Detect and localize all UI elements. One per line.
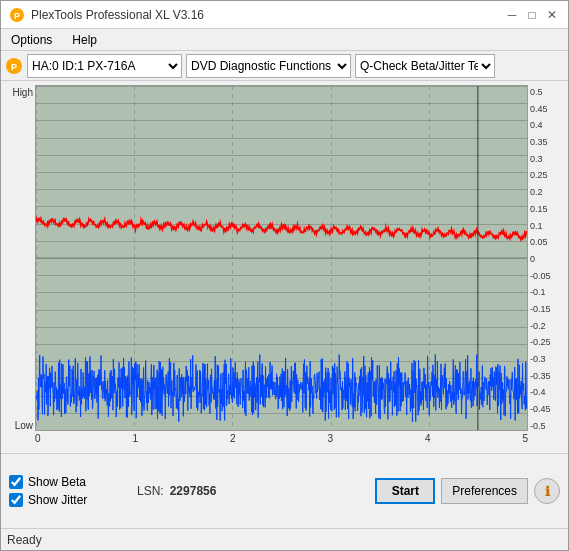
window-title: PlexTools Professional XL V3.16 (31, 8, 204, 22)
x-label-3: 3 (327, 433, 333, 447)
app-icon: P (9, 7, 25, 23)
lsn-area: LSN: 2297856 (137, 484, 367, 498)
x-label-1: 1 (132, 433, 138, 447)
preferences-button[interactable]: Preferences (441, 478, 528, 504)
show-beta-label: Show Beta (28, 475, 86, 489)
svg-text:P: P (11, 62, 17, 72)
chart-area: High Low 0 1 2 3 4 5 (1, 81, 568, 453)
lsn-label: LSN: (137, 484, 164, 498)
show-jitter-checkbox[interactable] (9, 493, 23, 507)
chart-inner: High Low 0 1 2 3 4 5 (5, 85, 564, 449)
device-dropdown[interactable]: HA:0 ID:1 PX-716A (27, 54, 182, 78)
minimize-button[interactable]: ─ (504, 7, 520, 23)
chart-plot (35, 85, 528, 431)
menu-options[interactable]: Options (5, 31, 58, 49)
main-window: P PlexTools Professional XL V3.16 ─ □ ✕ … (0, 0, 569, 551)
test-dropdown[interactable]: Q-Check Beta/Jitter Test (355, 54, 495, 78)
svg-text:P: P (14, 11, 20, 21)
checkboxes: Show Beta Show Jitter (9, 475, 129, 507)
chart-plot-wrapper: 0 1 2 3 4 5 (35, 85, 528, 449)
x-axis: 0 1 2 3 4 5 (35, 431, 528, 449)
y-low-label: Low (15, 420, 33, 431)
status-bar: Ready (1, 528, 568, 550)
function-dropdown[interactable]: DVD Diagnostic Functions (186, 54, 351, 78)
x-label-4: 4 (425, 433, 431, 447)
maximize-button[interactable]: □ (524, 7, 540, 23)
bottom-panel: Show Beta Show Jitter LSN: 2297856 Start… (1, 453, 568, 528)
menu-help[interactable]: Help (66, 31, 103, 49)
toolbar: P HA:0 ID:1 PX-716A DVD Diagnostic Funct… (1, 51, 568, 81)
info-button[interactable]: ℹ (534, 478, 560, 504)
close-button[interactable]: ✕ (544, 7, 560, 23)
show-jitter-row: Show Jitter (9, 493, 129, 507)
y-axis-right: 0.5 0.45 0.4 0.35 0.3 0.25 0.2 0.15 0.1 … (528, 85, 564, 449)
x-label-0: 0 (35, 433, 41, 447)
chart-canvas (36, 86, 527, 430)
y-axis-left: High Low (5, 85, 35, 449)
lsn-value: 2297856 (170, 484, 217, 498)
show-beta-row: Show Beta (9, 475, 129, 489)
device-icon: P (5, 57, 23, 75)
title-bar: P PlexTools Professional XL V3.16 ─ □ ✕ (1, 1, 568, 29)
menu-bar: Options Help (1, 29, 568, 51)
buttons-area: Start Preferences ℹ (375, 478, 560, 504)
show-jitter-label: Show Jitter (28, 493, 87, 507)
chart-container: High Low 0 1 2 3 4 5 (5, 85, 564, 449)
y-high-label: High (12, 87, 33, 98)
start-button[interactable]: Start (375, 478, 435, 504)
x-label-2: 2 (230, 433, 236, 447)
status-text: Ready (7, 533, 42, 547)
show-beta-checkbox[interactable] (9, 475, 23, 489)
